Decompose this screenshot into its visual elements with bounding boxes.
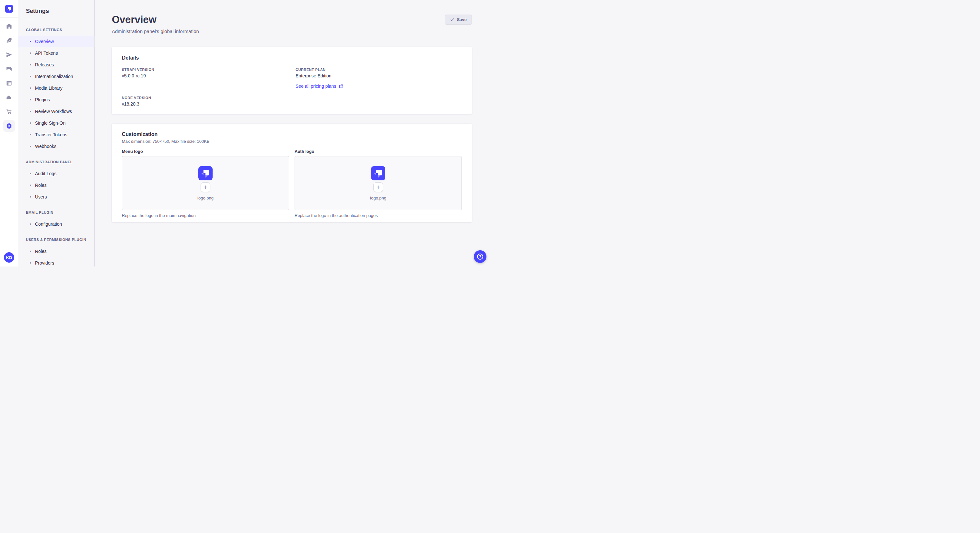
bullet-icon	[30, 251, 31, 252]
subnav-item-overview[interactable]: Overview	[18, 36, 94, 47]
section-administration-panel: ADMINISTRATION PANEL	[26, 160, 86, 164]
details-card: Details STRAPI VERSION v5.0.0-rc.19 NODE…	[112, 47, 472, 114]
bullet-icon	[30, 146, 31, 147]
subnav-title: Settings	[26, 8, 86, 14]
gear-icon[interactable]	[3, 120, 15, 132]
feather-icon[interactable]	[3, 35, 15, 46]
shopping-cart-icon[interactable]	[3, 106, 15, 117]
bullet-icon	[30, 99, 31, 100]
paper-plane-icon[interactable]	[3, 49, 15, 60]
add-menu-logo-button[interactable]: +	[200, 182, 210, 192]
main-content: Overview Administration panel's global i…	[95, 0, 490, 266]
bullet-icon	[30, 122, 31, 124]
bullet-icon	[30, 134, 31, 135]
subnav-item-label: Overview	[35, 39, 54, 44]
cloud-icon[interactable]	[3, 92, 15, 103]
subnav-item-transfer-tokens[interactable]: Transfer Tokens	[18, 129, 94, 141]
menu-logo-label: Menu logo	[122, 149, 289, 154]
auth-logo-caption: Replace the logo in the authentication p…	[294, 213, 462, 218]
subnav-item-admin-roles[interactable]: Roles	[18, 179, 94, 191]
strapi-admin-app: KD Settings GLOBAL SETTINGS Overview API…	[0, 0, 490, 266]
subnav-item-label: Audit Logs	[35, 171, 56, 176]
subnav-item-plugins[interactable]: Plugins	[18, 94, 94, 106]
strapi-logo-icon	[371, 166, 385, 180]
main-nav-rail: KD	[0, 0, 18, 266]
customization-card: Customization Max dimension: 750×750, Ma…	[112, 124, 472, 222]
strapi-logo-icon	[5, 5, 13, 13]
bullet-icon	[30, 41, 31, 42]
bullet-icon	[30, 185, 31, 186]
home-icon[interactable]	[3, 21, 15, 32]
subnav-item-label: Roles	[35, 249, 47, 254]
subnav-item-label: API Tokens	[35, 51, 58, 56]
user-avatar[interactable]: KD	[4, 252, 14, 263]
subnav-item-review-workflows[interactable]: Review Workflows	[18, 106, 94, 117]
current-plan-label: CURRENT PLAN	[296, 68, 462, 71]
customization-constraints: Max dimension: 750×750, Max file size: 1…	[122, 139, 462, 144]
subnav-item-admin-users[interactable]: Users	[18, 191, 94, 203]
auth-logo-label: Auth logo	[294, 149, 462, 154]
subnav-item-email-configuration[interactable]: Configuration	[18, 218, 94, 230]
auth-logo-upload: Auth logo + logo.png	[294, 149, 462, 218]
node-version-value: v18.20.3	[122, 102, 296, 106]
subnav-item-up-roles[interactable]: Roles	[18, 246, 94, 257]
subnav-item-audit-logs[interactable]: Audit Logs	[18, 168, 94, 179]
help-button[interactable]: ?	[474, 250, 487, 263]
subnav-item-label: Transfer Tokens	[35, 132, 67, 137]
auth-logo-dropzone[interactable]: + logo.png	[294, 156, 462, 210]
page-header: Overview Administration panel's global i…	[112, 14, 472, 34]
menu-logo-filename: logo.png	[197, 195, 213, 200]
subnav-item-label: Plugins	[35, 97, 50, 102]
bullet-icon	[30, 52, 31, 54]
details-fields: STRAPI VERSION v5.0.0-rc.19 NODE VERSION…	[122, 68, 462, 106]
subnav-item-webhooks[interactable]: Webhooks	[18, 141, 94, 152]
menu-logo-dropzone[interactable]: + logo.png	[122, 156, 289, 210]
page-subtitle: Administration panel's global informatio…	[112, 29, 199, 34]
subnav-item-media-library[interactable]: Media Library	[18, 82, 94, 94]
subnav-item-label: Users	[35, 194, 47, 200]
bullet-icon	[30, 196, 31, 198]
subnav-item-label: Internationalization	[35, 74, 73, 79]
save-button-label: Save	[457, 17, 467, 22]
subnav-item-api-tokens[interactable]: API Tokens	[18, 47, 94, 59]
layout-icon[interactable]	[3, 78, 15, 89]
checkmark-icon	[450, 17, 454, 22]
section-users-permissions-plugin: USERS & PERMISSIONS PLUGIN	[26, 238, 86, 241]
bullet-icon	[30, 87, 31, 89]
subnav-item-releases[interactable]: Releases	[18, 59, 94, 71]
strapi-logo[interactable]	[5, 5, 13, 13]
add-auth-logo-button[interactable]: +	[373, 182, 383, 192]
current-plan-value: Enterprise Edition	[296, 73, 462, 78]
images-icon[interactable]	[3, 63, 15, 75]
node-version-label: NODE VERSION	[122, 96, 296, 100]
section-global-settings: GLOBAL SETTINGS	[26, 28, 86, 32]
bullet-icon	[30, 76, 31, 77]
pricing-plans-link-label: See all pricing plans	[296, 84, 336, 89]
page-header-text: Overview Administration panel's global i…	[112, 14, 199, 34]
subnav-item-up-providers[interactable]: Providers	[18, 257, 94, 266]
customization-heading: Customization	[122, 132, 462, 137]
auth-logo-preview	[371, 166, 385, 180]
logo-uploads: Menu logo + logo.png	[122, 149, 462, 218]
settings-subnav: Settings GLOBAL SETTINGS Overview API To…	[18, 0, 95, 266]
question-mark-icon: ?	[477, 254, 483, 260]
menu-logo-caption: Replace the logo in the main navigation	[122, 213, 289, 218]
subnav-item-label: Roles	[35, 182, 47, 188]
menu-logo-upload: Menu logo + logo.png	[122, 149, 289, 218]
strapi-version-label: STRAPI VERSION	[122, 68, 296, 71]
subnav-item-internationalization[interactable]: Internationalization	[18, 71, 94, 82]
pricing-plans-link[interactable]: See all pricing plans	[296, 84, 343, 89]
rail-divider	[0, 17, 18, 17]
details-left-column: STRAPI VERSION v5.0.0-rc.19 NODE VERSION…	[122, 68, 296, 106]
details-right-column: CURRENT PLAN Enterprise Edition See all …	[296, 68, 462, 106]
subnav-item-single-sign-on[interactable]: Single Sign-On	[18, 117, 94, 129]
page-title: Overview	[112, 14, 199, 25]
strapi-version-field: STRAPI VERSION v5.0.0-rc.19	[122, 68, 296, 78]
subnav-item-label: Configuration	[35, 222, 62, 227]
rail-icon-list	[3, 21, 15, 132]
subnav-item-label: Providers	[35, 260, 54, 265]
external-link-icon	[339, 84, 343, 89]
save-button[interactable]: Save	[445, 14, 472, 25]
details-heading: Details	[122, 55, 462, 61]
bullet-icon	[30, 64, 31, 65]
